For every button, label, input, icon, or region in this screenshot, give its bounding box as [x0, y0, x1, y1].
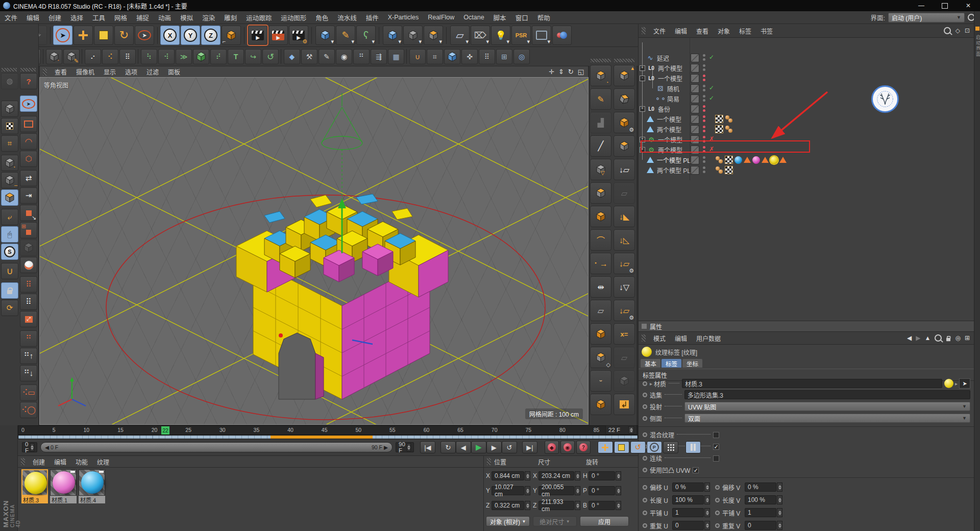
panel-grip[interactable] — [21, 458, 25, 465]
visibility-dots[interactable] — [703, 54, 705, 61]
dim-plane-icon[interactable]: ▱ — [614, 347, 635, 368]
cube-icon[interactable] — [590, 323, 611, 345]
timeline-ruler[interactable]: 0510 152025 303540 455055 606570 758085 … — [18, 425, 638, 435]
selection-pattern-icon[interactable]: ⠪◯ — [20, 402, 37, 418]
enabled-check-icon[interactable]: ✓ — [709, 84, 714, 91]
center-tool-icon[interactable]: ⇥ — [20, 187, 37, 204]
viewport-menu-filter[interactable]: 过滤 — [142, 67, 163, 76]
key-rotation-toggle[interactable]: ↺ — [630, 441, 646, 453]
seamless-checkbox[interactable] — [713, 455, 719, 462]
rotation-p-input[interactable]: 0 ° — [589, 486, 615, 495]
workplane-rotate-button[interactable]: ⟳ — [1, 300, 18, 316]
mat-menu-edit[interactable]: 编辑 — [50, 457, 71, 466]
light-button[interactable]: 💡▾ — [491, 26, 510, 45]
cube-top-icon[interactable] — [590, 206, 611, 227]
anim-dot-icon[interactable] — [643, 393, 647, 397]
stepper[interactable] — [525, 471, 530, 480]
sculpt-pen-icon[interactable]: ✎ — [590, 88, 611, 110]
om-menu-bookmarks[interactable]: 书签 — [756, 27, 777, 35]
workplane-tool-icon[interactable]: ⊞ — [496, 49, 512, 64]
bump-uvw-checkbox-checked[interactable]: ✓ — [693, 467, 699, 473]
stepper[interactable] — [575, 471, 580, 480]
chart-icon[interactable]: ▟ — [590, 112, 611, 133]
floor-button[interactable]: ▱▾ — [450, 26, 470, 45]
om-menu-view[interactable]: 查看 — [692, 27, 713, 35]
position-z-input[interactable]: 0.322 cm — [492, 501, 524, 510]
cone-in-cube-icon[interactable]: ▽ — [590, 159, 611, 180]
modeling-tool-icon[interactable]: ⠳ — [141, 49, 157, 64]
anim-dot-icon[interactable] — [715, 523, 720, 528]
viewport-grip[interactable] — [43, 68, 47, 76]
stepper[interactable] — [616, 486, 621, 495]
material-thumbnail-blue[interactable] — [79, 469, 105, 496]
target-icon[interactable]: ◎ — [955, 334, 960, 342]
phong-tag[interactable] — [725, 125, 733, 133]
expander[interactable]: - — [640, 76, 645, 81]
stepper[interactable] — [407, 443, 411, 451]
anim-dot-icon[interactable] — [643, 511, 647, 515]
anim-dot-icon[interactable] — [715, 485, 720, 490]
size-y-input[interactable]: 200.055 cm — [538, 486, 574, 495]
enable-axis-button[interactable]: ⤶ — [1, 209, 18, 225]
swap-tool-icon[interactable]: ⇄ — [20, 170, 37, 186]
triangulate-icon[interactable]: ↓◣ — [614, 206, 635, 227]
menu-sculpt[interactable]: 雕刻 — [219, 13, 241, 22]
layer-square[interactable] — [691, 94, 699, 103]
viewport-canvas[interactable]: 等角视图 网格间距 : 100 cm — [40, 78, 588, 424]
tiles-v-input[interactable]: 1 — [745, 508, 776, 517]
lasso-selection-button[interactable]: ◠ — [20, 133, 37, 150]
tab-tag[interactable]: 标签 — [662, 359, 681, 368]
arch-icon[interactable]: ⌒ — [590, 229, 611, 251]
attr-menu-mode[interactable]: 模式 — [649, 334, 670, 343]
menu-octane[interactable]: Octane — [459, 14, 488, 21]
om-frame-icon[interactable]: ⊡ — [965, 27, 970, 34]
field-tool-icon[interactable]: ▦ — [388, 49, 404, 64]
hidden-cube-icon[interactable] — [20, 239, 37, 256]
visibility-dots[interactable] — [703, 126, 705, 132]
menu-help[interactable]: 帮助 — [533, 13, 555, 22]
visibility-dots[interactable] — [703, 95, 705, 102]
cube-gear-icon[interactable]: ⚙ — [614, 112, 635, 133]
enabled-check-icon[interactable]: ✓ — [709, 54, 714, 61]
mat-menu-function[interactable]: 功能 — [71, 457, 92, 466]
axe-tool-icon[interactable]: ⚒ — [301, 49, 317, 64]
repeat-v-input[interactable]: 0 — [745, 521, 776, 530]
animation-range-bar[interactable] — [271, 436, 373, 439]
paint-tool-icon[interactable]: ◉ — [336, 49, 352, 64]
maximize-button[interactable] — [933, 0, 957, 11]
offset-u-input[interactable]: 0 % — [672, 482, 704, 492]
brick-stack-icon[interactable] — [614, 88, 635, 110]
xequal-icon[interactable]: x= — [614, 323, 635, 345]
play-button[interactable]: ▶ — [471, 441, 486, 453]
attr-menu-userdata[interactable]: 用户数据 — [692, 334, 725, 343]
viewport-menu-panel[interactable]: 面板 — [163, 67, 185, 76]
menu-file[interactable]: 文件 — [0, 13, 22, 22]
position-y-input[interactable]: 10.027 cm — [492, 486, 524, 495]
current-frame-marker[interactable]: 22 — [161, 426, 169, 435]
restore-selection-icon[interactable]: ⊞ — [20, 222, 37, 238]
palette-grip[interactable] — [591, 59, 611, 62]
layer-square[interactable] — [691, 84, 699, 93]
modeling-tool-icon[interactable]: ⠿ — [119, 49, 136, 64]
stage-button[interactable]: ▾ — [532, 26, 551, 45]
apply-button[interactable]: 应用 — [580, 516, 629, 526]
point-grid-down-icon[interactable]: ⠛↓ — [20, 365, 37, 381]
camera-button[interactable]: ⌦▾ — [471, 26, 490, 45]
length-v-input[interactable]: 100 % — [745, 495, 776, 504]
uv-transfer-icon[interactable]: ⤢ — [20, 311, 37, 327]
split-cube-icon[interactable] — [590, 182, 611, 204]
point-grid-icon[interactable]: ⠛ — [20, 330, 37, 347]
material-tag-blue[interactable] — [734, 156, 742, 164]
uvw-tag[interactable] — [715, 115, 723, 123]
coordinate-system-button[interactable]: ⌐ — [222, 26, 241, 45]
render-view-button[interactable]: ▶ — [248, 26, 267, 45]
menu-animate[interactable]: 动画 — [154, 13, 176, 22]
move-tool[interactable] — [74, 26, 93, 45]
polygon-selection-tag[interactable] — [744, 157, 751, 163]
palette-grip[interactable] — [614, 59, 634, 62]
object-row[interactable]: + L0 两个模型 — [639, 63, 974, 73]
frame-range-slider[interactable]: ◀ 0 F 90 F ▶ — [40, 442, 393, 452]
anim-dot-icon[interactable] — [643, 498, 647, 502]
anim-dot-icon[interactable] — [715, 498, 720, 502]
tab-basic[interactable]: 基本 — [641, 359, 660, 368]
